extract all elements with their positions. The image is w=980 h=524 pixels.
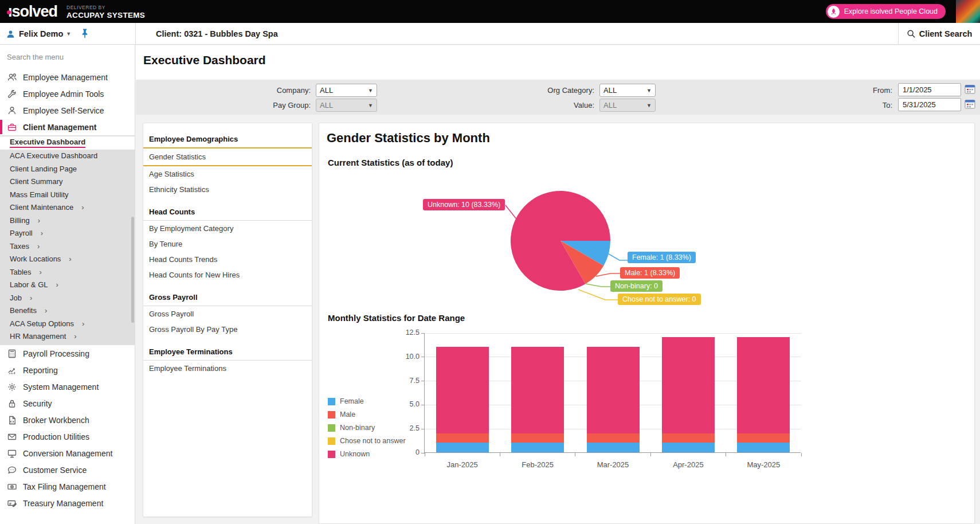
delivered-by-block: DELIVERED BY ACCUPAY SYSTEMS	[66, 3, 145, 19]
y-axis-tick	[421, 429, 425, 429]
legend-label: Non-binary	[340, 424, 375, 432]
monitor-icon	[7, 448, 17, 459]
from-calendar-icon[interactable]	[965, 84, 975, 95]
to-label: To:	[857, 101, 892, 110]
sidebar-item-broker-workbench[interactable]: Broker Workbench	[0, 412, 135, 428]
value-select[interactable]: ALL▼	[599, 99, 656, 112]
sidebar-subitem-label: Tables	[10, 268, 32, 276]
chevron-right-icon: ›	[41, 229, 43, 237]
subnav-item-by-employment-category[interactable]: By Employment Category	[143, 221, 312, 236]
company-select[interactable]: ALL▼	[316, 84, 377, 97]
subnav-item-gross-payroll[interactable]: Gross Payroll	[143, 306, 312, 322]
rocket-icon	[828, 6, 840, 18]
sidebar-item-tax-filing-management[interactable]: Tax Filing Management	[0, 478, 135, 495]
avatar[interactable]	[956, 0, 980, 23]
sidebar-item-conversion-management[interactable]: Conversion Management	[0, 445, 135, 462]
to-date-input[interactable]	[898, 98, 961, 111]
y-axis-label: 0	[395, 448, 420, 456]
sidebar-item-client-management[interactable]: Client Management	[0, 119, 135, 135]
sidebar-item-payroll-processing[interactable]: Payroll Processing	[0, 345, 135, 362]
female-leader-line	[609, 254, 628, 260]
y-axis-label: 7.5	[395, 377, 420, 385]
mail-icon	[7, 432, 17, 442]
sidebar-subitem-labor-gl[interactable]: Labor & GL›	[0, 279, 135, 292]
chevron-right-icon: ›	[81, 204, 84, 211]
y-axis-label: 5.0	[395, 400, 420, 408]
sidebar-item-security[interactable]: Security	[0, 395, 135, 412]
sidebar-item-system-management[interactable]: System Management	[0, 378, 135, 395]
subnav-section-header: Head Counts	[143, 203, 312, 220]
sidebar-item-employee-admin-tools[interactable]: Employee Admin Tools	[0, 85, 135, 102]
sidebar-subitem-mass-email-utility[interactable]: Mass Email Utility	[0, 188, 135, 201]
sidebar-scrollbar-thumb[interactable]	[131, 217, 134, 323]
sidebar-subitem-aca-executive-dashboard[interactable]: ACA Executive Dashboard	[0, 150, 135, 163]
menu-search-input[interactable]	[0, 45, 135, 69]
sidebar-subitem-tables[interactable]: Tables›	[0, 265, 135, 279]
client-search-button[interactable]: Client Search	[898, 23, 980, 45]
bar-jan-2025-female	[436, 443, 489, 452]
x-axis-tick	[575, 453, 575, 456]
sidebar-subitem-client-landing-page[interactable]: Client Landing Page	[0, 162, 135, 175]
x-axis-tick	[650, 453, 651, 456]
sidebar-top-items: Employee ManagementEmployee Admin ToolsE…	[0, 69, 135, 135]
sidebar-subitem-benefits[interactable]: Benefits›	[0, 304, 135, 318]
explore-people-cloud-button[interactable]: Explore isolved People Cloud	[826, 4, 946, 19]
bar-apr-2025-male	[662, 433, 715, 443]
subnav-item-ethnicity-statistics[interactable]: Ethnicity Statistics	[143, 182, 312, 197]
sidebar-item-treasury-management[interactable]: Treasury Management	[0, 495, 135, 511]
user-icon	[7, 105, 17, 116]
sidebar-item-employee-management[interactable]: Employee Management	[0, 69, 135, 85]
sidebar-item-employee-self-service[interactable]: Employee Self-Service	[0, 102, 135, 119]
chevron-right-icon: ›	[74, 333, 76, 340]
subnav-item-employee-terminations[interactable]: Employee Terminations	[143, 361, 312, 376]
bar-feb-2025-female	[511, 443, 564, 452]
sidebar-item-customer-service[interactable]: Customer Service	[0, 462, 135, 478]
sidebar-subitem-hr-management[interactable]: HR Management›	[0, 330, 135, 343]
treasury-icon	[7, 498, 17, 509]
y-axis-label: 2.5	[395, 424, 420, 432]
briefcase-icon	[7, 122, 17, 132]
explore-pill-label: Explore isolved People Cloud	[844, 7, 938, 15]
sidebar-subitem-taxes[interactable]: Taxes›	[0, 240, 135, 253]
user-menu[interactable]: Felix Demo ▼	[6, 23, 71, 45]
sidebar-subitem-job[interactable]: Job›	[0, 291, 135, 304]
sidebar-subitem-payroll[interactable]: Payroll›	[0, 227, 135, 240]
sidebar-subitem-billing[interactable]: Billing›	[0, 214, 135, 227]
legend-item-non-binary: Non-binary	[328, 424, 375, 432]
search-icon	[907, 29, 916, 38]
logo-dot	[7, 10, 11, 14]
sidebar-subitem-executive-dashboard[interactable]: Executive Dashboard	[0, 136, 135, 150]
y-axis-tick	[421, 381, 425, 381]
legend-swatch	[328, 451, 335, 458]
from-date-input[interactable]	[898, 83, 961, 96]
pay-group-select[interactable]: ALL▼	[316, 99, 377, 112]
pin-icon[interactable]	[79, 28, 91, 41]
legend-swatch	[328, 437, 335, 445]
sidebar-item-production-utilities[interactable]: Production Utilities	[0, 428, 135, 445]
subnav-item-gross-payroll-by-pay-type[interactable]: Gross Payroll By Pay Type	[143, 322, 312, 337]
x-axis-tick	[801, 453, 802, 456]
legend-label: Chose not to answer	[340, 437, 406, 445]
sidebar-subitem-label: Taxes	[10, 242, 29, 251]
subnav-item-by-tenure[interactable]: By Tenure	[143, 236, 312, 252]
subnav-item-gender-statistics[interactable]: Gender Statistics	[143, 147, 312, 166]
chevron-right-icon: ›	[40, 268, 42, 276]
sidebar-subitem-client-summary[interactable]: Client Summary	[0, 175, 135, 189]
subnav-item-head-counts-trends[interactable]: Head Counts Trends	[143, 252, 312, 267]
to-calendar-icon[interactable]	[965, 99, 975, 110]
sidebar-item-label: Employee Management	[23, 73, 108, 82]
sidebar-item-label: Conversion Management	[23, 449, 112, 458]
sidebar-subitem-aca-setup-options[interactable]: ACA Setup Options›	[0, 317, 135, 330]
chevron-right-icon: ›	[45, 307, 47, 314]
subnav-item-age-statistics[interactable]: Age Statistics	[143, 166, 312, 182]
legend-item-male: Male	[328, 410, 355, 419]
isolved-logo[interactable]: ısolved	[8, 1, 57, 22]
subnav-item-head-counts-for-new-hires[interactable]: Head Counts for New Hires	[143, 267, 312, 283]
sidebar-subitem-client-maintenance[interactable]: Client Maintenance›	[0, 201, 135, 214]
sidebar-item-reporting[interactable]: Reporting	[0, 362, 135, 378]
sidebar-subitem-label: Payroll	[10, 229, 33, 237]
sidebar-subitem-work-locations[interactable]: Work Locations›	[0, 253, 135, 266]
org-category-select[interactable]: ALL▼	[599, 84, 656, 97]
subnav-section-header: Employee Terminations	[143, 343, 312, 360]
wrench-icon	[7, 89, 17, 99]
